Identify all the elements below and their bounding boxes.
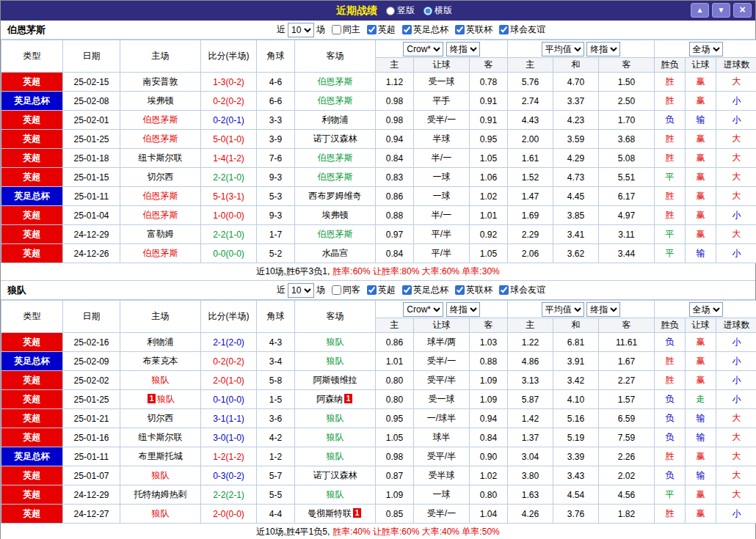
odds-away: 1.01 <box>470 206 508 225</box>
same-venue-checkbox[interactable] <box>332 25 341 34</box>
match-table-body-1: 英超 25-02-15 南安普敦 1-3(0-2) 4-6 伯恩茅斯 1.12 … <box>1 73 756 263</box>
league-label-facup: 英足总杯 <box>413 23 448 36</box>
odds-company-select[interactable]: Crow* <box>403 42 443 56</box>
odds-handicap: 球半 <box>414 428 470 447</box>
average-select[interactable]: 平均值 <box>542 302 584 317</box>
layout-horizontal-radio[interactable] <box>424 7 432 15</box>
avg-home: 1.52 <box>508 168 553 187</box>
league-label-epl: 英超 <box>378 23 396 36</box>
home-team: 纽卡斯尔联 <box>120 149 201 168</box>
result-outcome: 平 <box>655 225 686 244</box>
league-badge: 英超 <box>1 485 63 505</box>
matches-table-1: 类型 日期 主场 比分(半场) 角球 客场 Crow* 终指 平均值 终指 <box>1 40 756 263</box>
away-team: 伯恩茅斯 <box>295 73 376 92</box>
recent-count-select[interactable]: 10 <box>288 283 314 298</box>
league-checkbox-eflcup[interactable] <box>455 25 465 34</box>
result-handicap: 输 <box>686 111 716 130</box>
titlebar: 近期战绩 竖版 横版 ▲ ▼ × <box>1 1 755 21</box>
league-checkbox-friendly[interactable] <box>499 285 509 295</box>
same-venue-option[interactable]: 同主 <box>332 23 360 36</box>
league-filter-epl[interactable]: 英超 <box>367 284 396 296</box>
league-checkbox-epl[interactable] <box>367 25 377 34</box>
col-odds-away: 客 <box>470 318 508 333</box>
league-filter-facup[interactable]: 英足总杯 <box>402 23 448 36</box>
close-button[interactable]: × <box>733 3 752 18</box>
avg-draw: 3.59 <box>553 130 599 149</box>
league-badge: 英超 <box>1 206 63 225</box>
corner-score: 1-5 <box>257 390 295 409</box>
scope-select-group: 全场 <box>655 301 756 318</box>
corner-score: 4-2 <box>257 428 295 447</box>
league-checkbox-friendly[interactable] <box>499 25 509 34</box>
odds-away: 0.84 <box>470 428 508 447</box>
average-select[interactable]: 平均值 <box>542 42 584 56</box>
match-row: 英超 25-02-01 伯恩茅斯 0-2(0-1) 3-3 利物浦 0.98 受… <box>1 111 756 130</box>
match-score: 0-2(0-1) <box>201 111 257 130</box>
result-outcome: 胜 <box>655 505 686 524</box>
odds-away: 0.95 <box>470 130 508 149</box>
league-checkbox-facup[interactable] <box>402 25 412 34</box>
odds-home: 1.01 <box>376 352 414 371</box>
league-filter-friendly[interactable]: 球会友谊 <box>499 23 545 36</box>
odds-home: 0.88 <box>376 206 414 225</box>
league-checkbox-eflcup[interactable] <box>455 285 465 295</box>
odds-home: 0.98 <box>376 447 414 466</box>
league-filter-facup[interactable]: 英足总杯 <box>402 284 448 296</box>
match-table-body-2: 英超 25-02-16 利物浦 2-1(2-0) 4-3 狼队 0.86 球半/… <box>1 333 756 524</box>
layout-vertical-option[interactable]: 竖版 <box>386 4 415 17</box>
col-avg-home: 主 <box>508 318 553 333</box>
same-venue-checkbox[interactable] <box>332 285 341 295</box>
odds-handicap: 平/半 <box>414 244 470 263</box>
odds-away: 0.94 <box>470 409 508 428</box>
league-badge: 英足总杯 <box>1 352 63 371</box>
corner-score: 9-3 <box>257 206 295 225</box>
match-score: 2-2(2-1) <box>201 485 257 505</box>
odds-home: 0.98 <box>376 92 414 111</box>
same-venue-option[interactable]: 同客 <box>332 284 360 296</box>
layout-horizontal-option[interactable]: 横版 <box>424 4 452 17</box>
avg-away: 3.44 <box>599 244 655 263</box>
col-handicap-result: 让球 <box>686 318 716 333</box>
final-index-select-2[interactable]: 终指 <box>586 302 620 317</box>
match-date: 25-02-02 <box>63 371 120 390</box>
col-avg-draw: 和 <box>553 58 599 73</box>
match-row: 英超 25-01-21 切尔西 3-1(1-1) 3-6 狼队 0.95 一/球… <box>1 409 756 428</box>
odds-away: 0.88 <box>470 352 508 371</box>
league-badge: 英超 <box>1 428 63 447</box>
layout-vertical-radio[interactable] <box>386 7 395 15</box>
scope-select[interactable]: 全场 <box>689 302 723 317</box>
avg-home: 1.61 <box>508 149 553 168</box>
avg-home: 4.43 <box>508 111 553 130</box>
avg-draw: 4.23 <box>553 111 599 130</box>
final-index-select-2[interactable]: 终指 <box>586 42 620 56</box>
avg-draw: 3.85 <box>553 206 599 225</box>
avg-draw: 4.10 <box>553 390 599 409</box>
league-badge: 英足总杯 <box>1 447 63 466</box>
match-date: 25-02-16 <box>63 333 120 352</box>
scope-select[interactable]: 全场 <box>689 42 723 56</box>
league-checkbox-facup[interactable] <box>402 285 412 295</box>
match-date: 25-01-25 <box>63 130 120 149</box>
league-badge: 英足总杯 <box>1 187 63 206</box>
avg-home: 1.47 <box>508 187 553 206</box>
league-filter-eflcup[interactable]: 英联杯 <box>455 23 493 36</box>
final-index-select[interactable]: 终指 <box>446 42 480 56</box>
match-score: 1-2(1-2) <box>201 447 257 466</box>
league-checkbox-epl[interactable] <box>367 285 377 295</box>
move-up-button[interactable]: ▲ <box>691 3 709 18</box>
league-filter-epl[interactable]: 英超 <box>367 23 396 36</box>
filter-bar: 近 10 场 同主 英超 英足总杯 英联杯 <box>277 23 545 37</box>
col-header-home: 主场 <box>120 301 201 333</box>
recent-count-select[interactable]: 10 <box>288 23 314 37</box>
final-index-select[interactable]: 终指 <box>446 302 480 317</box>
result-outcome: 胜 <box>655 73 686 92</box>
league-filter-friendly[interactable]: 球会友谊 <box>499 284 545 296</box>
move-down-button[interactable]: ▼ <box>712 3 730 18</box>
result-goals: 小 <box>716 244 756 263</box>
league-filter-eflcup[interactable]: 英联杯 <box>455 284 493 296</box>
dialog-title: 近期战绩 <box>336 4 377 18</box>
odds-company-select[interactable]: Crow* <box>403 302 443 317</box>
avg-away: 6.59 <box>599 409 655 428</box>
games-label: 场 <box>316 284 325 296</box>
odds-away: 1.03 <box>470 333 508 352</box>
